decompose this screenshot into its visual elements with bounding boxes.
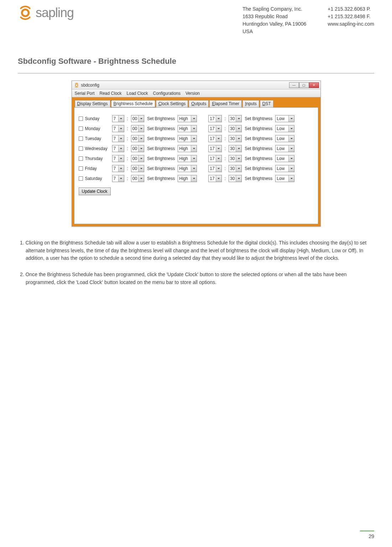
- chevron-down-icon: [191, 115, 197, 122]
- brightness2-select[interactable]: Low: [275, 145, 294, 152]
- menu-serial-port[interactable]: Serial Port: [75, 91, 95, 96]
- chevron-down-icon: [216, 175, 221, 182]
- hour2-select[interactable]: 17: [208, 155, 221, 162]
- tab-brightness-schedule[interactable]: Brightness Schedule: [111, 100, 155, 107]
- tabstrip: Display SettingsBrightness ScheduleClock…: [74, 99, 318, 107]
- chevron-down-icon: [118, 165, 124, 172]
- day-checkbox[interactable]: [79, 136, 83, 141]
- minute2-select[interactable]: 30: [229, 125, 242, 132]
- section-title: Sbdconfig Software - Brightness Schedule: [18, 57, 374, 66]
- chevron-down-icon: [191, 165, 197, 172]
- brightness1-select[interactable]: High: [178, 135, 197, 142]
- minute2-select[interactable]: 30: [229, 135, 242, 142]
- brightness2-select[interactable]: Low: [275, 175, 294, 182]
- minute1-select[interactable]: 00: [131, 115, 144, 122]
- chevron-down-icon: [138, 135, 144, 142]
- day-checkbox[interactable]: [79, 117, 83, 121]
- minute1-select[interactable]: 00: [131, 135, 144, 142]
- schedule-row-friday: Friday7:00Set BrightnessHigh17:30Set Bri…: [79, 165, 314, 172]
- chevron-down-icon: [288, 125, 294, 132]
- day-checkbox[interactable]: [79, 176, 83, 181]
- brightness1-select[interactable]: High: [178, 115, 197, 122]
- tab-clock-settings[interactable]: Clock Settings: [156, 100, 188, 107]
- day-label: Sunday: [85, 116, 110, 121]
- hour2-select[interactable]: 17: [208, 115, 221, 122]
- brightness2-select[interactable]: Low: [275, 125, 294, 132]
- tab-display-settings[interactable]: Display Settings: [75, 100, 110, 107]
- day-checkbox[interactable]: [79, 127, 83, 131]
- tab-elapsed-timer[interactable]: Elapsed Timer: [209, 100, 242, 107]
- hour1-select[interactable]: 7: [112, 145, 124, 152]
- menu-read-clock[interactable]: Read Clock: [100, 91, 122, 96]
- hour2-select[interactable]: 17: [208, 175, 221, 182]
- chevron-down-icon: [236, 155, 241, 162]
- menubar: Serial Port Read Clock Load Clock Config…: [72, 89, 320, 97]
- chevron-down-icon: [236, 175, 241, 182]
- company-address: The Sapling Company, Inc. 1633 Republic …: [242, 5, 306, 35]
- minute1-select[interactable]: 00: [131, 175, 144, 182]
- hour2-select[interactable]: 17: [208, 145, 221, 152]
- schedule-row-wednesday: Wednesday7:00Set BrightnessHigh17:30Set …: [79, 145, 314, 153]
- minute1-select[interactable]: 00: [131, 145, 144, 152]
- brightness1-select[interactable]: High: [178, 125, 197, 132]
- chevron-down-icon: [288, 145, 294, 152]
- hour1-select[interactable]: 7: [112, 155, 124, 162]
- day-label: Thursday: [85, 156, 110, 161]
- contact-web: www.sapling-inc.com: [328, 20, 374, 28]
- hour2-select[interactable]: 17: [208, 125, 221, 132]
- minute2-select[interactable]: 30: [229, 155, 242, 162]
- maximize-button[interactable]: ▢: [299, 82, 309, 88]
- minute2-select[interactable]: 30: [229, 165, 242, 172]
- brightness1-select[interactable]: High: [178, 175, 197, 182]
- menu-load-clock[interactable]: Load Clock: [127, 91, 148, 96]
- menu-configurations[interactable]: Configurations: [153, 91, 181, 96]
- set-brightness-label: Set Brightness: [245, 146, 272, 151]
- hour2-select[interactable]: 17: [208, 135, 221, 142]
- day-checkbox[interactable]: [79, 166, 83, 171]
- update-clock-button[interactable]: Update Clock: [79, 187, 111, 195]
- minute2-select[interactable]: 30: [229, 145, 242, 152]
- minimize-button[interactable]: —: [289, 82, 299, 88]
- hour1-select[interactable]: 7: [112, 175, 124, 182]
- chevron-down-icon: [191, 125, 197, 132]
- brand-name: sapling: [36, 5, 74, 20]
- minute1-select[interactable]: 00: [131, 125, 144, 132]
- hour1-select[interactable]: 7: [112, 115, 124, 122]
- set-brightness-label: Set Brightness: [245, 176, 272, 181]
- brightness1-select[interactable]: High: [178, 145, 197, 152]
- hour1-select[interactable]: 7: [112, 165, 124, 172]
- menu-version[interactable]: Version: [185, 91, 200, 96]
- set-brightness-label: Set Brightness: [147, 156, 175, 161]
- tab-outputs[interactable]: Outputs: [189, 100, 209, 107]
- minute2-select[interactable]: 30: [229, 115, 242, 122]
- tab-dst[interactable]: DST: [260, 100, 273, 107]
- minute1-select[interactable]: 00: [131, 165, 144, 172]
- addr-line2: 1633 Republic Road: [242, 13, 306, 20]
- minute1-select[interactable]: 00: [131, 155, 144, 162]
- day-checkbox[interactable]: [79, 146, 83, 151]
- brightness2-select[interactable]: Low: [275, 135, 294, 142]
- brightness1-select[interactable]: High: [178, 155, 197, 162]
- minute2-select[interactable]: 30: [229, 175, 242, 182]
- brightness2-select[interactable]: Low: [275, 155, 294, 162]
- brightness2-select[interactable]: Low: [275, 115, 294, 122]
- brightness1-select[interactable]: High: [178, 165, 197, 172]
- set-brightness-label: Set Brightness: [245, 166, 272, 171]
- set-brightness-label: Set Brightness: [147, 176, 175, 181]
- contact-fax: +1 215.322.8498 F.: [328, 13, 374, 20]
- chevron-down-icon: [118, 145, 124, 152]
- brightness2-select[interactable]: Low: [275, 165, 294, 172]
- titlebar: sbdconfig — ▢ ✕: [72, 81, 320, 89]
- hour2-select[interactable]: 17: [208, 165, 221, 172]
- chevron-down-icon: [236, 125, 241, 132]
- company-contact: +1 215.322.6063 P. +1 215.322.8498 F. ww…: [328, 5, 374, 35]
- hour1-select[interactable]: 7: [112, 135, 124, 142]
- chevron-down-icon: [138, 165, 144, 172]
- hour1-select[interactable]: 7: [112, 125, 124, 132]
- set-brightness-label: Set Brightness: [147, 146, 175, 151]
- day-checkbox[interactable]: [79, 156, 83, 161]
- chevron-down-icon: [236, 165, 241, 172]
- chevron-down-icon: [191, 175, 197, 182]
- close-button[interactable]: ✕: [309, 82, 319, 88]
- tab-inputs[interactable]: Inputs: [242, 100, 259, 107]
